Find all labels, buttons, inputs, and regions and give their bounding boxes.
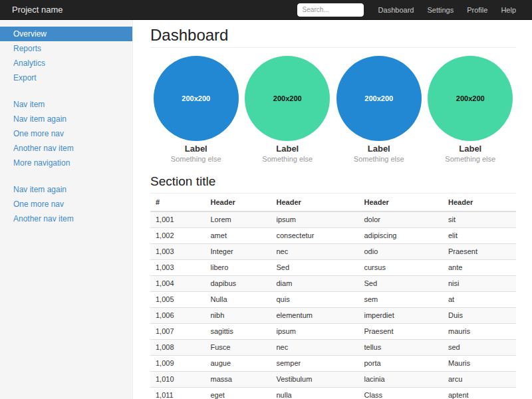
sidebar-item: Overview [0,27,132,41]
table-cell: 1,011 [150,388,205,399]
table-row: 1,007sagittisipsumPraesentmauris [150,324,516,340]
table-row: 1,006nibhelementumimperdietDuis [150,308,516,324]
table-cell: nec [271,244,359,260]
sidebar-item: Reports [0,41,132,56]
sidebar-item: Export [0,70,132,85]
sidebar: OverviewReportsAnalyticsExportNav itemNa… [0,20,133,399]
navbar-link-help[interactable]: Help [494,1,523,19]
table-cell: consectetur [271,228,359,244]
placeholders-row: 200x200LabelSomething else200x200LabelSo… [150,56,516,164]
sidebar-item: One more nav [0,126,132,141]
table-cell: 1,006 [150,308,205,324]
table-cell: diam [271,276,359,292]
table-row: 1,001Loremipsumdolorsit [150,211,516,228]
table-cell: 1,003 [150,244,205,260]
table-row: 1,003liberoSedcursusante [150,260,516,276]
table-cell: 1,003 [150,260,205,276]
page-title: Dashboard [150,27,516,48]
table-cell: porta [359,356,444,372]
table-cell: 1,007 [150,324,205,340]
sidebar-item-export[interactable]: Export [0,70,132,85]
sidebar-item-overview[interactable]: Overview [0,27,132,41]
table-body: 1,001Loremipsumdolorsit1,002ametconsecte… [150,211,516,399]
navbar-links: DashboardSettingsProfileHelp [372,1,523,19]
sidebar-item-another-nav-item[interactable]: Another nav item [0,211,132,226]
table-cell: Vestibulum [271,372,359,388]
navbar-right: DashboardSettingsProfileHelp [297,1,532,19]
table-cell: aptent [443,388,516,399]
main-content: Dashboard 200x200LabelSomething else200x… [133,20,532,399]
sidebar-group: Nav itemNav item againOne more navAnothe… [0,97,132,170]
table-cell: semper [271,356,359,372]
table-cell: Praesent [443,244,516,260]
sidebar-item: Analytics [0,56,132,70]
navbar-link-settings[interactable]: Settings [420,1,460,19]
sidebar-item-reports[interactable]: Reports [0,41,132,56]
table-cell: elit [443,228,516,244]
top-navbar: Project name DashboardSettingsProfileHel… [0,0,532,20]
table-cell: Duis [443,308,516,324]
table-cell: 1,009 [150,356,205,372]
table-cell: odio [359,244,444,260]
table-cell: eget [205,388,271,399]
table-cell: mauris [443,324,516,340]
sidebar-item-nav-item-again[interactable]: Nav item again [0,182,132,197]
table-row: 1,005Nullaquissemat [150,292,516,308]
table-header-cell: Header [271,194,359,211]
table-cell: sagittis [205,324,271,340]
sidebar-item: One more nav [0,197,132,211]
brand[interactable]: Project name [0,5,75,15]
table-cell: Lorem [205,211,271,228]
table-cell: at [443,292,516,308]
sidebar-item-one-more-nav[interactable]: One more nav [0,126,132,141]
search-input[interactable] [297,3,364,17]
table-cell: Sed [359,276,444,292]
sidebar-item: Another nav item [0,141,132,156]
table-header-cell: # [150,194,205,211]
table-row: 1,009auguesemperportaMauris [150,356,516,372]
table-cell: dolor [359,211,444,228]
table-cell: sit [443,211,516,228]
table-cell: 1,004 [150,276,205,292]
table-cell: adipiscing [359,228,444,244]
placeholder-sublabel: Something else [354,154,404,164]
table-row: 1,004dapibusdiamSednisi [150,276,516,292]
navbar-link-dashboard[interactable]: Dashboard [372,1,421,19]
table-cell: Fusce [205,340,271,356]
sidebar-item: Nav item again [0,112,132,126]
sidebar-item-another-nav-item[interactable]: Another nav item [0,141,132,156]
section-title: Section title [150,174,516,194]
table-cell: arcu [443,372,516,388]
table-cell: sed [443,340,516,356]
placeholder-sublabel: Something else [445,154,495,164]
sidebar-item: Nav item [0,97,132,112]
table-row: 1,008Fuscenectellussed [150,340,516,356]
placeholder-column: 200x200LabelSomething else [150,56,242,164]
sidebar-item-one-more-nav[interactable]: One more nav [0,197,132,211]
table-cell: imperdiet [359,308,444,324]
sidebar-item-nav-item-again[interactable]: Nav item again [0,112,132,126]
table-cell: Praesent [359,324,444,340]
placeholder-label: Label [459,144,481,154]
placeholder-label: Label [276,144,299,154]
placeholder-column: 200x200LabelSomething else [242,56,334,164]
sidebar-item-nav-item[interactable]: Nav item [0,97,132,112]
table-header-cell: Header [205,194,271,211]
data-table: #HeaderHeaderHeaderHeader 1,001Loremipsu… [150,194,516,399]
sidebar-item: Nav item again [0,182,132,197]
sidebar-item-more-navigation[interactable]: More navigation [0,156,132,170]
sidebar-item-analytics[interactable]: Analytics [0,56,132,70]
table-row: 1,010massaVestibulumlaciniaarcu [150,372,516,388]
table-cell: augue [205,356,271,372]
table-cell: ante [443,260,516,276]
sidebar-item: More navigation [0,156,132,170]
placeholder-circle: 200x200 [336,56,422,141]
placeholder-circle: 200x200 [245,56,330,141]
table-cell: Mauris [443,356,516,372]
sidebar-group: OverviewReportsAnalyticsExport [0,27,132,85]
table-cell: nulla [271,388,359,399]
table-cell: elementum [271,308,359,324]
navbar-link-profile[interactable]: Profile [460,1,494,19]
table-cell: ipsum [271,211,359,228]
navbar-link-item: Profile [460,1,494,19]
